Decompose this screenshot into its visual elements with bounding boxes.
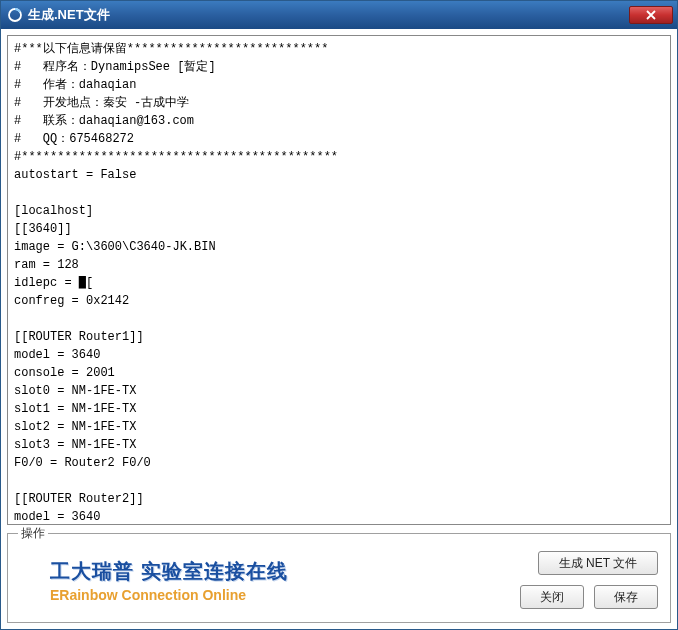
banner-cn: 工大瑞普 实验室连接在线 bbox=[50, 558, 508, 585]
client-area: 操作 工大瑞普 实验室连接在线 ERainbow Connection Onli… bbox=[1, 29, 677, 629]
save-button[interactable]: 保存 bbox=[594, 585, 658, 609]
app-window: 生成.NET文件 操作 工大瑞普 实验室连接在线 ERainbow Connec… bbox=[0, 0, 678, 630]
close-button[interactable]: 关闭 bbox=[520, 585, 584, 609]
window-close-button[interactable] bbox=[629, 6, 673, 24]
net-file-textarea[interactable] bbox=[8, 36, 670, 524]
banner-en: ERainbow Connection Online bbox=[50, 587, 508, 603]
generate-net-button[interactable]: 生成 NET 文件 bbox=[538, 551, 658, 575]
editor-frame bbox=[7, 35, 671, 525]
button-column: 生成 NET 文件 关闭 保存 bbox=[520, 551, 658, 609]
app-icon bbox=[7, 7, 23, 23]
window-title: 生成.NET文件 bbox=[28, 6, 629, 24]
banner: 工大瑞普 实验室连接在线 ERainbow Connection Online bbox=[50, 558, 508, 603]
title-bar[interactable]: 生成.NET文件 bbox=[1, 1, 677, 29]
operations-legend: 操作 bbox=[18, 525, 48, 542]
button-row: 关闭 保存 bbox=[520, 585, 658, 609]
operations-group: 操作 工大瑞普 实验室连接在线 ERainbow Connection Onli… bbox=[7, 533, 671, 623]
close-icon bbox=[645, 10, 657, 20]
